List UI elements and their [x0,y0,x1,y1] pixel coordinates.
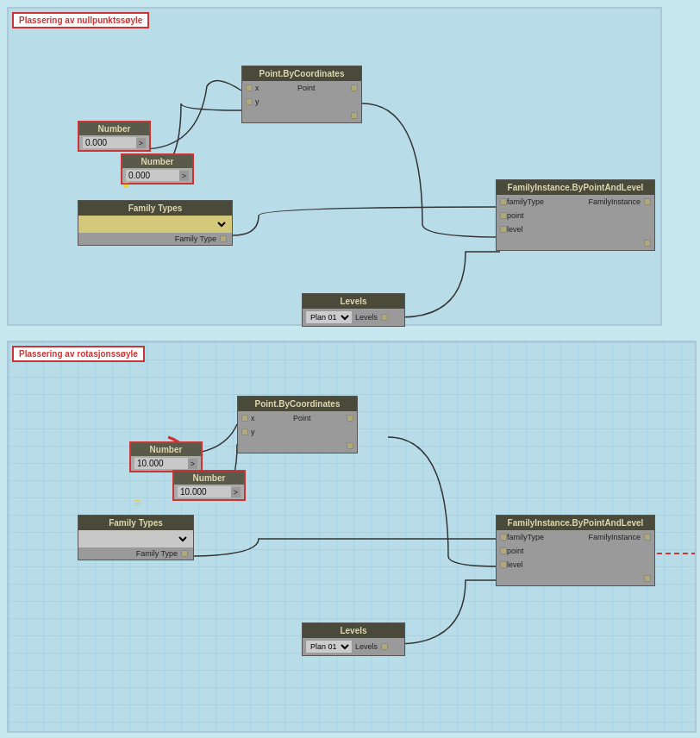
bottom-fi-port-ft [500,534,507,541]
bottom-point-node: Point.ByCoordinates x Point y [237,396,358,453]
top-point-header: Point.ByCoordinates [242,66,361,81]
bottom-number1-value[interactable]: 10.000 [134,458,188,469]
bottom-point-x-label: x [248,414,258,422]
top-levels-select[interactable]: Plan 01 [306,311,352,323]
top-family-type-port [220,235,227,242]
bottom-number2-header: Number [174,472,244,485]
bottom-panel: Plassering av rotasjonssøyle [7,341,697,733]
top-number1-arrow[interactable]: > [136,138,146,148]
top-levels-port-label: Levels [355,313,378,322]
top-point-t-port [351,112,358,119]
top-point-out-port [351,84,358,91]
bottom-fi-node: FamilyInstance.ByPointAndLevel familyTyp… [496,515,655,586]
bottom-panel-label: Plassering av rotasjonssøyle [12,346,145,362]
bottom-number1-arrow[interactable]: > [188,459,197,469]
bottom-point-x-port [241,415,248,422]
top-fi-label-ft: familyType [507,197,588,206]
bottom-number2-value[interactable]: 10.000 [178,486,231,497]
top-fi-port-lv [500,226,507,233]
top-panel: Plassering av nullpunktssøyle Number 0.0… [7,7,662,326]
bottom-fi-label-pt: point [507,547,651,555]
top-point-x-label: x [253,84,262,92]
bottom-number1-node: Number 10.000 > [129,441,203,472]
bottom-number2-node: Number 10.000 > [172,470,246,501]
bottom-fi-output-label: FamilyInstance [588,533,641,541]
top-fi-header: FamilyInstance.ByPointAndLevel [497,180,654,195]
top-warning-icon: ≡ [122,178,129,191]
top-point-y-label: y [253,97,262,106]
bottom-warning-icon: ≡ [134,496,141,510]
top-point-x-port [246,84,253,91]
top-number2-arrow[interactable]: > [179,171,189,181]
bottom-family-type-port [181,550,188,557]
top-family-node: Family Types Family Type [78,200,233,246]
top-fi-label-pt: point [507,211,651,220]
bottom-levels-port-label: Levels [355,642,378,651]
top-connections [9,9,660,324]
bottom-fi-header: FamilyInstance.ByPointAndLevel [497,516,654,530]
bottom-fi-port-lv [500,561,507,568]
top-number1-value[interactable]: 0.000 [83,137,136,148]
bottom-levels-node: Levels Plan 01 Levels [302,622,405,656]
bottom-family-dropdown[interactable] [82,534,190,544]
top-levels-port [381,314,388,321]
bottom-point-out-label: Point [291,414,314,422]
bottom-number2-arrow[interactable]: > [231,487,241,497]
bottom-number1-header: Number [131,443,201,456]
top-family-header: Family Types [78,201,232,216]
top-fi-port-pt [500,212,507,219]
bottom-levels-port [381,643,388,650]
top-number1-node: Number 0.000 > [78,121,151,152]
top-number2-node: Number 0.000 > [121,153,194,184]
top-family-dropdown[interactable] [82,219,228,229]
bottom-point-y-port [241,428,248,435]
top-fi-node: FamilyInstance.ByPointAndLevel familyTyp… [496,179,655,251]
bottom-fi-bottom-port [644,575,651,582]
top-fi-label-lv: level [507,225,651,234]
top-fi-bottom-port [644,240,651,247]
bottom-point-out-port [347,415,353,422]
bottom-fi-port-pt [500,547,507,554]
bottom-levels-header: Levels [303,623,404,638]
bottom-point-t-port [347,442,353,449]
bottom-point-y-label: y [248,428,258,436]
bottom-fi-output-port [644,534,651,541]
bottom-family-node: Family Types Family Type [78,515,194,560]
bottom-fi-label-ft: familyType [507,533,588,541]
top-fi-output-port [644,198,651,205]
top-panel-label: Plassering av nullpunktssøyle [12,12,149,28]
top-levels-node: Levels Plan 01 Levels [302,293,405,327]
bottom-family-type-label: Family Type [136,549,178,558]
top-point-node: Point.ByCoordinates x Point y [241,66,362,123]
top-fi-port-ft [500,198,507,205]
top-point-out-label: Point [295,84,318,92]
canvas: Plassering av nullpunktssøyle Number 0.0… [0,0,700,738]
top-number1-header: Number [79,122,149,135]
bottom-point-header: Point.ByCoordinates [238,397,357,411]
bottom-fi-label-lv: level [507,560,651,569]
top-number2-value[interactable]: 0.000 [126,170,179,181]
top-levels-header: Levels [303,294,404,309]
top-family-type-label: Family Type [175,235,216,243]
bottom-levels-select[interactable]: Plan 01 [306,641,352,653]
top-point-y-port [246,98,253,105]
top-fi-output-label: FamilyInstance [588,197,641,206]
bottom-family-header: Family Types [78,516,193,530]
top-number2-header: Number [122,155,192,168]
